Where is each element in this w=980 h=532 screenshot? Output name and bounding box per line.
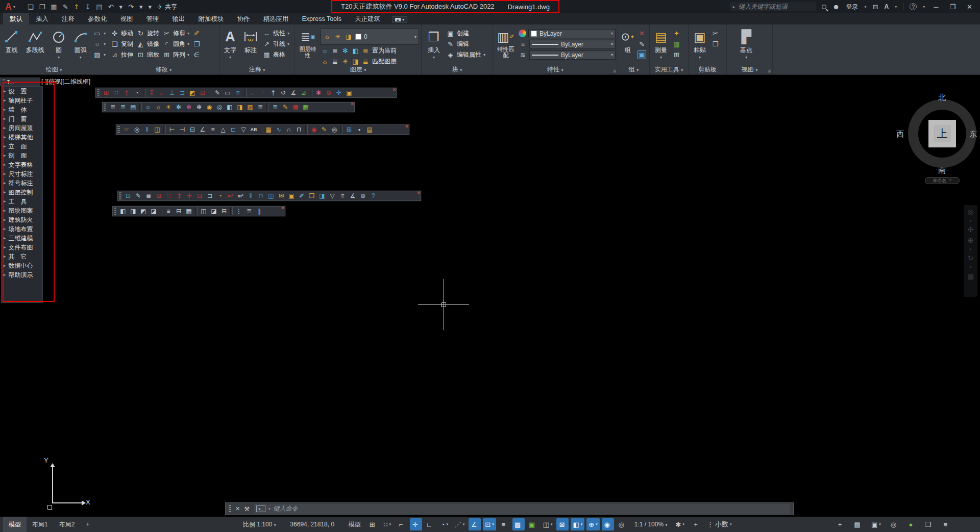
door-icon[interactable]: ⊐ <box>177 88 187 97</box>
panel-title-view[interactable]: 视图 ▾ <box>727 65 772 74</box>
space-indicator[interactable]: 模型 <box>346 520 364 529</box>
match-layer-label[interactable]: 匹配图层 <box>372 57 397 66</box>
table-grid-icon[interactable]: ▦ <box>263 125 274 134</box>
arc-button[interactable]: 圆弧 ▾ <box>70 27 91 66</box>
lock-icon[interactable]: ◧ <box>225 103 235 112</box>
panel-launcher-icon[interactable]: ⇲ <box>612 69 616 73</box>
viewcube-east[interactable]: 东 <box>969 130 977 139</box>
floating-toolbar-layer-tools[interactable]: ≣≣▤☼☼☀✻✻✻◉◎◧◨▨≣≣✎▦▦ ✕ <box>102 102 355 113</box>
cross-move-icon[interactable]: ⊕ <box>324 88 334 97</box>
object-snap-tracking-toggle[interactable]: ∠ <box>469 518 481 530</box>
layer-current-icon[interactable]: ≣ <box>361 47 370 55</box>
navigation-bar[interactable]: ◎▾✣⊕▾↻▾▦ <box>964 205 977 297</box>
t20-palette-header[interactable]: T... <box>0 78 40 86</box>
align-left-icon[interactable]: ≡ <box>163 207 174 216</box>
align-center-icon[interactable]: ⊟ <box>174 207 184 216</box>
panel-title-draw[interactable]: 绘图 ▾ <box>0 65 108 74</box>
showmotion-icon[interactable]: ▦ <box>967 272 974 280</box>
quick-properties-icon[interactable]: ▤ <box>852 518 864 530</box>
chevron-down-icon[interactable]: ▾ <box>414 35 416 39</box>
pan-cross-icon[interactable]: ✛ <box>334 88 344 97</box>
match-properties-button[interactable]: ▥✐ 特性匹配 <box>495 27 517 66</box>
ribbon-tab[interactable]: 视图 <box>114 13 140 24</box>
table-icon[interactable]: ▦表格 <box>262 50 289 60</box>
layer-lock-icon[interactable]: ◧ <box>351 47 360 55</box>
layer-select-combo[interactable]: ☼ ☀ ◨ 0 ▾ <box>321 29 419 45</box>
columns-icon[interactable]: ‖ <box>142 125 152 134</box>
login-label[interactable]: 登录 <box>846 3 859 11</box>
list-icon[interactable]: ≡ <box>337 191 348 200</box>
text-box-icon[interactable]: ▭ <box>223 88 233 97</box>
close-button[interactable]: ✕ <box>964 3 975 11</box>
panel-title-modify[interactable]: 修改 ▾ <box>108 65 219 74</box>
scale-button[interactable]: 比例 1:100 ▾ <box>240 520 279 529</box>
erase-icon[interactable]: ✐ <box>192 29 201 38</box>
panel-title-properties[interactable]: 特性 ▾ <box>493 65 618 74</box>
palette-item[interactable]: 三维建模 <box>2 234 42 243</box>
dimension-button[interactable]: 标注 <box>241 27 260 66</box>
lineweight-combo[interactable]: ByLayer▾ <box>529 40 616 49</box>
measure-button[interactable]: ▤ 测量 ▾ <box>652 27 670 66</box>
distribute-eq-icon[interactable]: ⊟ <box>219 207 229 216</box>
dim-elevation-icon[interactable]: ⊿ <box>299 88 309 97</box>
3d-osnap-toggle[interactable]: ◫▾ <box>541 518 555 530</box>
globe-icon[interactable]: ⊕ <box>358 191 368 200</box>
workspace-switch-button[interactable]: ✱▾ <box>673 518 686 530</box>
save-to-mobile-icon[interactable]: ↧ <box>85 3 90 11</box>
viewcube-top-face[interactable]: 上 <box>928 120 956 147</box>
zoom-icon[interactable]: ⊕ <box>968 237 974 244</box>
join-icon[interactable]: ∈ <box>192 50 201 60</box>
unlock-icon[interactable]: ◨ <box>235 103 245 112</box>
parallel-icon[interactable]: ∥ <box>254 207 264 216</box>
dim-dot-icon[interactable]: ∶ <box>258 88 268 97</box>
base-point-button[interactable]: ▛ 基点 ▾ <box>735 27 757 66</box>
freeze-swap-icon[interactable]: ✻ <box>184 103 194 112</box>
object-snap-toggle[interactable]: ⊡▾ <box>483 518 496 530</box>
area-table-icon[interactable]: m² <box>235 191 246 200</box>
isodraft-toggle[interactable]: ⋰▾ <box>453 518 467 530</box>
viewcube-wcs-menu[interactable]: 未命名▽ <box>925 177 960 184</box>
block-create-icon[interactable]: ▣创建 <box>446 29 485 38</box>
pencil-icon[interactable]: ✎ <box>319 125 329 134</box>
triangle-icon[interactable]: △ <box>218 125 228 134</box>
toolbar-icon[interactable] <box>195 207 198 215</box>
cart-icon[interactable]: ⊟ <box>873 3 878 11</box>
layer-edit-icon[interactable]: ✎ <box>280 103 290 112</box>
dome-icon[interactable]: ∩ <box>284 125 294 134</box>
share-label[interactable]: 共享 <box>165 3 177 11</box>
group-edit-icon[interactable]: ✎ <box>638 39 646 49</box>
mirror-button[interactable]: ◭镜像 <box>136 39 161 49</box>
tower-icon[interactable]: ⊓ <box>294 125 304 134</box>
coordinates-display[interactable]: 36694, 21818, 0 <box>282 521 342 528</box>
angle-icon[interactable]: ∡ <box>348 191 358 200</box>
palette-item[interactable]: 图块图案 <box>2 206 42 215</box>
glow-ring-icon[interactable]: ◎ <box>214 103 225 112</box>
wave-icon[interactable]: ∿ <box>274 125 284 134</box>
chevron-down-icon[interactable]: ▾ <box>660 55 662 60</box>
palette-item[interactable]: 尺寸标注 <box>2 169 42 179</box>
grid-box-icon[interactable]: ⊞ <box>344 125 354 134</box>
calculator-icon[interactable]: ⊞ <box>672 50 681 60</box>
annotation-scale-button[interactable]: 1:1 / 100% ▾ <box>631 521 671 528</box>
command-input[interactable]: ▸_ ▾ 键入命令 <box>254 504 790 514</box>
redo-dropdown-icon[interactable]: ▾ <box>139 3 143 11</box>
magnifier-icon[interactable]: ◎ <box>132 125 142 134</box>
annotation-add-button[interactable]: ＋ <box>690 518 702 530</box>
dynamic-input-toggle[interactable]: ✛ <box>410 518 422 530</box>
elev-right-icon[interactable]: ⊣ <box>177 125 187 134</box>
chevron-down-icon[interactable]: ▾ <box>80 55 82 60</box>
layer-properties-button[interactable]: ≣▣ 图层特性 <box>297 27 318 66</box>
axis-grid-icon[interactable]: ⊞ <box>101 88 111 97</box>
layer-sun-icon[interactable]: ☀ <box>341 58 350 65</box>
save-as-icon[interactable]: ✎ <box>63 3 68 11</box>
dark-box-icon[interactable]: ▪ <box>354 125 364 134</box>
viewcube-north[interactable]: 北 <box>938 93 946 103</box>
close-icon[interactable]: ✕ <box>416 191 421 195</box>
palette-item[interactable]: 符号标注 <box>2 179 42 188</box>
layer-unlock-icon[interactable]: ◨ <box>351 58 360 65</box>
circle-button[interactable]: 圆 ▾ <box>50 27 68 66</box>
array-button[interactable]: ⊞阵列▾ <box>162 50 189 60</box>
transparency-toggle[interactable]: ▩ <box>512 518 525 530</box>
floating-toolbar-building-tools[interactable]: ⊡✎≣⊞∷‡✛⊟⊐◔m²m²‖⊓◫✉▣✐❒◨▽≡∡⊕? ✕ <box>117 190 422 201</box>
distribute-top-icon[interactable]: ◫ <box>199 207 209 216</box>
